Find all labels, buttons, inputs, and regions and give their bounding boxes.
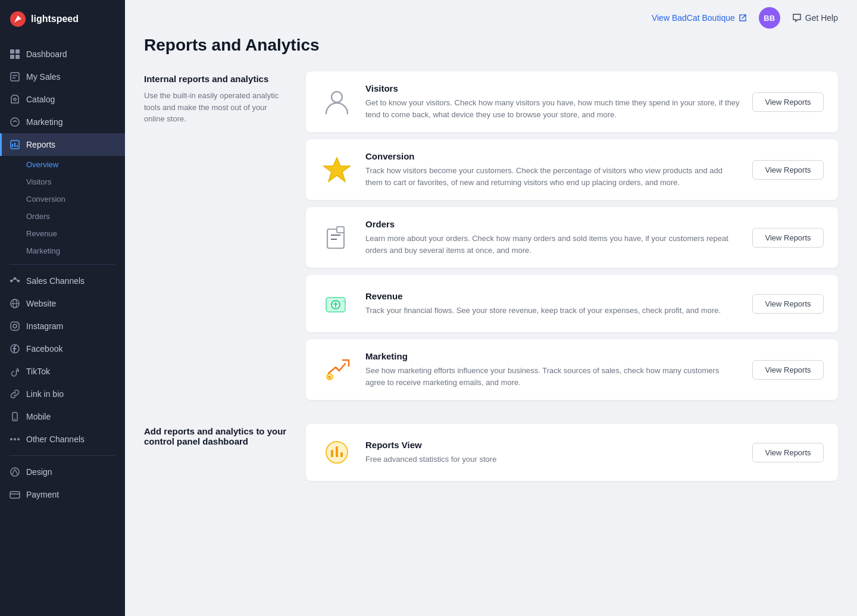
view-store-link[interactable]: View BadCat Boutique [652, 13, 747, 23]
chat-icon [792, 13, 802, 23]
link-icon [10, 389, 20, 399]
sub-nav-item-orders[interactable]: Orders [0, 208, 125, 225]
svg-rect-39 [337, 227, 344, 233]
sidebar-item-design[interactable]: Design [0, 461, 125, 483]
svg-rect-16 [17, 280, 20, 282]
svg-point-8 [14, 98, 16, 101]
other-channels-icon [10, 434, 20, 445]
page-content-area: Reports and Analytics Internal reports a… [125, 36, 857, 500]
sidebar-item-label: Catalog [26, 95, 55, 104]
sidebar-item-marketing[interactable]: Marketing [0, 111, 125, 133]
sub-nav-item-overview[interactable]: Overview [0, 156, 125, 173]
internal-reports-section: Internal reports and analytics Use the b… [144, 71, 838, 400]
sidebar-item-label: TikTok [26, 367, 50, 376]
sidebar-item-reports[interactable]: Reports [0, 133, 125, 156]
payment-icon [10, 489, 20, 500]
svg-rect-2 [15, 49, 20, 54]
svg-line-17 [12, 279, 14, 281]
sidebar-item-label: Design [26, 467, 52, 477]
svg-point-31 [11, 468, 19, 476]
avatar[interactable]: BB [759, 7, 780, 29]
marketing-nav-icon [10, 117, 20, 127]
view-reports-view-button[interactable]: View Reports [752, 443, 824, 462]
sidebar-item-label: Link in bio [26, 389, 64, 399]
help-label: Get Help [805, 13, 838, 23]
view-reports-marketing-button[interactable]: View Reports [752, 360, 824, 380]
logo-text: lightspeed [31, 14, 79, 24]
sidebar-item-label: Payment [26, 490, 59, 499]
sidebar-item-label: Instagram [26, 321, 63, 331]
sidebar-item-website[interactable]: Website [0, 292, 125, 315]
svg-rect-32 [10, 492, 20, 498]
revenue-title: Revenue [365, 291, 740, 301]
sub-nav-item-conversion[interactable]: Conversion [0, 190, 125, 208]
sidebar-item-facebook[interactable]: Facebook [0, 337, 125, 360]
bottom-heading: Add reports and analytics to your contro… [144, 426, 287, 446]
sidebar-item-label: Facebook [26, 344, 62, 354]
section-description-text: Use the built-in easily operated analyti… [144, 90, 287, 125]
website-icon [10, 298, 20, 309]
bottom-section: Add reports and analytics to your contro… [144, 424, 838, 481]
svg-line-18 [16, 279, 17, 281]
view-reports-orders-button[interactable]: View Reports [752, 228, 824, 248]
bottom-section-description: Add reports and analytics to your contro… [144, 424, 287, 481]
sidebar-item-my-sales[interactable]: My Sales [0, 65, 125, 88]
conversion-description: Track how visitors become your customers… [365, 165, 740, 188]
sub-nav-item-revenue[interactable]: Revenue [0, 225, 125, 242]
svg-point-23 [13, 324, 17, 328]
sidebar-item-label: Dashboard [26, 49, 67, 59]
view-reports-conversion-button[interactable]: View Reports [752, 160, 824, 180]
sidebar-item-link-in-bio[interactable]: Link in bio [0, 383, 125, 405]
marketing-title: Marketing [365, 351, 740, 361]
conversion-title: Conversion [365, 151, 740, 161]
sidebar-item-label: Marketing [26, 117, 62, 127]
topbar: View BadCat Boutique BB Get Help [125, 0, 857, 36]
view-reports-visitors-button[interactable]: View Reports [752, 92, 824, 112]
svg-rect-1 [10, 49, 14, 54]
sidebar-item-label: Sales Channels [26, 276, 85, 286]
channels-icon [10, 276, 20, 286]
svg-rect-3 [10, 55, 14, 59]
external-link-icon [739, 14, 747, 22]
orders-icon [320, 221, 354, 254]
sidebar-item-other-channels[interactable]: Other Channels [0, 428, 125, 451]
reports-view-icon [320, 436, 354, 469]
main-content: View BadCat Boutique BB Get Help Reports… [125, 0, 857, 616]
sub-nav-item-visitors[interactable]: Visitors [0, 173, 125, 190]
sidebar-item-catalog[interactable]: Catalog [0, 88, 125, 111]
visitors-description: Get to know your visitors. Check how man… [365, 97, 740, 120]
reports-view-title: Reports View [365, 440, 740, 450]
revenue-info: Revenue Track your financial flows. See … [365, 291, 740, 317]
sidebar-item-dashboard[interactable]: Dashboard [0, 43, 125, 65]
report-cards-list: Visitors Get to know your visitors. Chec… [306, 71, 838, 400]
sidebar-item-mobile[interactable]: Mobile [0, 405, 125, 428]
facebook-icon [10, 343, 20, 354]
orders-description: Learn more about your orders. Check how … [365, 233, 740, 256]
sidebar-item-sales-channels[interactable]: Sales Channels [0, 270, 125, 292]
section-heading: Internal reports and analytics [144, 74, 287, 84]
sidebar: lightspeed Dashboard My Sales Catalog [0, 0, 125, 616]
sidebar-item-payment[interactable]: Payment [0, 483, 125, 506]
sidebar-item-tiktok[interactable]: TikTok [0, 360, 125, 383]
reports-icon [10, 139, 20, 150]
sales-icon [10, 71, 20, 82]
sub-nav-item-marketing[interactable]: Marketing [0, 242, 125, 259]
revenue-icon [320, 287, 354, 320]
reports-view-subtitle: Free advanced statistics for your store [365, 454, 740, 465]
marketing-info: Marketing See how marketing efforts infl… [365, 351, 740, 388]
marketing-icon [320, 353, 354, 386]
visitors-icon [320, 85, 354, 118]
svg-rect-15 [14, 277, 16, 280]
view-store-label: View BadCat Boutique [652, 13, 735, 23]
sidebar-item-label: Reports [26, 140, 55, 149]
svg-rect-46 [340, 452, 343, 457]
sidebar-item-label: Website [26, 299, 56, 308]
report-card-visitors: Visitors Get to know your visitors. Chec… [306, 71, 838, 132]
help-button[interactable]: Get Help [792, 13, 838, 23]
svg-marker-35 [324, 158, 350, 182]
sidebar-navigation: Dashboard My Sales Catalog Marketing Rep… [0, 38, 125, 616]
view-reports-revenue-button[interactable]: View Reports [752, 294, 824, 314]
svg-point-28 [14, 438, 16, 440]
logo[interactable]: lightspeed [0, 0, 125, 38]
sidebar-item-instagram[interactable]: Instagram [0, 315, 125, 337]
